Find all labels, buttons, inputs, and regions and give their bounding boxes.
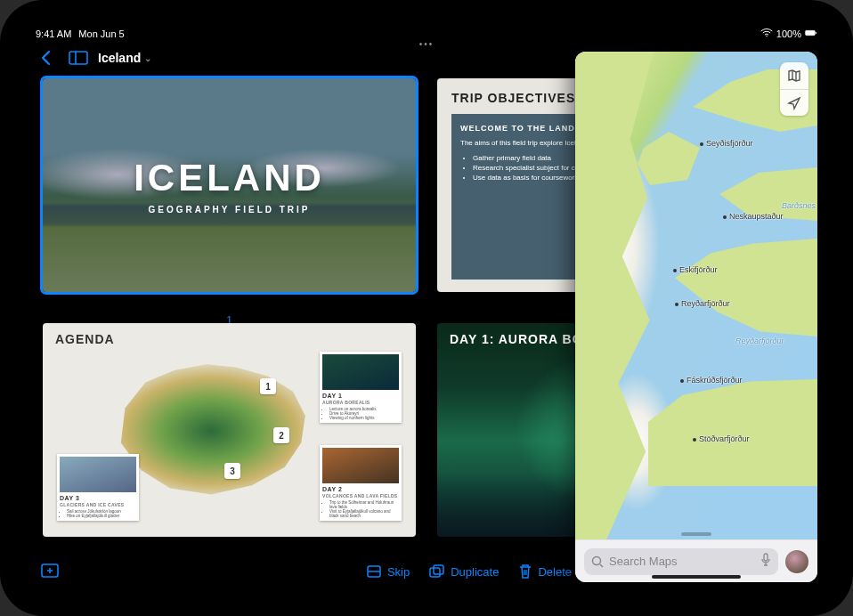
microphone-icon[interactable] [760, 553, 771, 570]
search-sheet-grabber[interactable] [681, 532, 711, 536]
duplicate-button[interactable]: Duplicate [429, 564, 499, 579]
day2-image [322, 448, 399, 483]
svg-rect-1 [806, 30, 816, 35]
document-title[interactable]: Iceland ⌄ [98, 51, 151, 65]
slide3-body: 1 2 3 DAY 1 AURORA BOREALIS Lecture on a… [55, 352, 403, 521]
map-label-reydarfjordur-water: Reyðarfjörður [735, 336, 784, 345]
slide3-heading: AGENDA [55, 332, 403, 346]
map-canvas[interactable]: Seyðisfjörður Neskaupstaður Barðsnes Esk… [575, 52, 817, 539]
back-button[interactable] [34, 45, 59, 70]
map-label-stodvarfjordur[interactable]: Stöðvarfjörður [693, 434, 750, 443]
status-date: Mon Jun 5 [78, 28, 124, 39]
svg-rect-3 [69, 52, 87, 64]
map-label-bardsnes: Barðsnes [782, 201, 816, 210]
day1-sub: AURORA BOREALIS [322, 400, 399, 405]
battery-icon [805, 28, 817, 39]
svg-point-0 [766, 36, 767, 36]
map-label-seydisfjordur[interactable]: Seyðisfjörður [700, 139, 753, 148]
map-controls [780, 62, 808, 116]
slide-3-wrap: AGENDA 1 2 3 DAY 1 AURORA BOREALIS Lectu… [43, 323, 416, 552]
day3-card: DAY 3 GLACIERS AND ICE CAVES Sail across… [57, 454, 139, 521]
ipad-device: ••• 9:41 AM Mon Jun 5 100% [0, 0, 853, 616]
svg-rect-2 [816, 32, 816, 34]
day2-sub: VOLCANOES AND LAVA FIELDS [322, 493, 399, 498]
slide1-title: ICELAND [134, 157, 325, 199]
map-label-faskrudsfjordur[interactable]: Fáskrúðsfjörður [680, 376, 743, 385]
map-label-eskifjordur[interactable]: Eskifjörður [673, 265, 718, 274]
add-slide-button[interactable] [39, 563, 59, 580]
svg-point-14 [593, 556, 601, 564]
svg-line-15 [600, 564, 603, 567]
landmass [648, 379, 817, 486]
day1-card: DAY 1 AURORA BOREALIS Lecture on aurora … [320, 352, 402, 423]
sidebar-toggle-button[interactable] [66, 45, 91, 70]
locate-me-button[interactable] [780, 89, 808, 116]
map-label-neskaupstadur[interactable]: Neskaupstaður [723, 212, 784, 221]
home-indicator[interactable] [652, 575, 741, 579]
slide-thumbnail-1[interactable]: ICELAND GEOGRAPHY FIELD TRIP [43, 78, 416, 292]
map-label-reydarfjordur[interactable]: Reyðarfjörður [675, 299, 730, 308]
day3-item: Hike on Eyjafjallajökull glacier [67, 514, 136, 518]
skip-label: Skip [387, 565, 410, 579]
slide-1-wrap: ICELAND GEOGRAPHY FIELD TRIP 1 [43, 78, 416, 307]
svg-rect-10 [430, 568, 440, 577]
day1-image [322, 354, 399, 390]
skip-button[interactable]: Skip [366, 564, 410, 579]
delete-label: Delete [538, 565, 572, 579]
multitasking-dots-icon[interactable]: ••• [419, 39, 435, 49]
day2-label: DAY 2 [322, 486, 399, 492]
wifi-icon [760, 28, 773, 39]
day1-item: Viewing of northern lights [329, 416, 399, 420]
day2-item: Visit to Eyjafjallajökull volcano and bl… [329, 509, 399, 518]
landmass [575, 52, 654, 539]
search-icon [591, 555, 604, 568]
map-pin-3: 3 [224, 463, 240, 479]
duplicate-label: Duplicate [451, 565, 499, 579]
day3-sub: GLACIERS AND ICE CAVES [60, 502, 136, 507]
screen: ••• 9:41 AM Mon Jun 5 100% [27, 25, 826, 591]
maps-slideover[interactable]: Seyðisfjörður Neskaupstaður Barðsnes Esk… [575, 52, 817, 582]
day2-card: DAY 2 VOLCANOES AND LAVA FIELDS Trip to … [320, 445, 402, 521]
delete-button[interactable]: Delete [518, 563, 572, 580]
map-pin-1: 1 [260, 378, 276, 394]
search-placeholder: Search Maps [609, 555, 678, 568]
svg-rect-16 [764, 554, 768, 561]
map-pin-2: 2 [273, 427, 289, 443]
slide-thumbnail-3[interactable]: AGENDA 1 2 3 DAY 1 AURORA BOREALIS Lectu… [43, 323, 416, 537]
day3-image [60, 457, 136, 492]
day2-item: Trip to the Sólheimar and Holuhraun lava… [329, 500, 399, 509]
map-mode-button[interactable] [780, 62, 808, 89]
maps-search-field[interactable]: Search Maps [584, 548, 778, 575]
slide1-subtitle: GEOGRAPHY FIELD TRIP [148, 205, 310, 215]
landmass [675, 239, 817, 336]
day3-label: DAY 3 [60, 495, 136, 501]
chevron-down-icon: ⌄ [144, 53, 151, 63]
status-time: 9:41 AM [36, 28, 71, 39]
profile-avatar[interactable] [785, 550, 808, 573]
landmass [638, 132, 700, 185]
battery-percent: 100% [776, 28, 801, 39]
day1-label: DAY 1 [322, 393, 399, 399]
document-title-label: Iceland [98, 51, 141, 65]
svg-rect-11 [434, 565, 443, 574]
